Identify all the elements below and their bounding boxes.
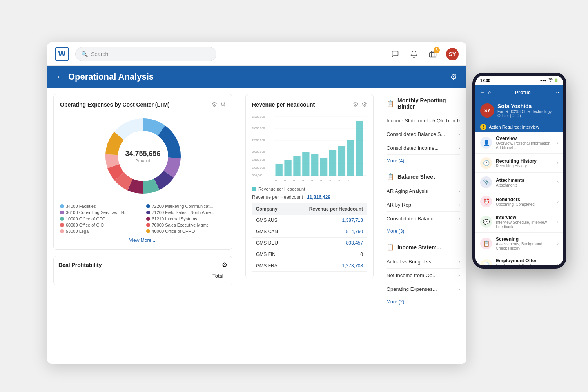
svg-rect-29 xyxy=(302,152,309,176)
revenue-headcount-card: Revenue per Headcount ⚙ ⚙ 3,500,000 3,00… xyxy=(245,94,374,278)
menu-item-text: Screening Assessments, Background Check … xyxy=(496,236,553,250)
col-company: Company xyxy=(252,203,289,215)
menu-item-sub: Attachments xyxy=(496,183,553,187)
filter-icon[interactable]: ⚙ xyxy=(212,101,217,108)
more-link-binder[interactable]: More (4) xyxy=(387,155,460,167)
phone-home-button[interactable]: ⌂ xyxy=(488,89,491,95)
binder-item[interactable]: Operating Expenses... › xyxy=(387,282,460,296)
binder-item[interactable]: AR Aging Analysis › xyxy=(387,184,460,198)
legend-item: 34000 Facilities xyxy=(60,204,140,209)
legend-item: 53000 Legal xyxy=(60,229,140,234)
app-container: W 🔍 Search 3 xyxy=(47,42,466,364)
binder-item[interactable]: Consolidated Balanc... › xyxy=(387,212,460,225)
legend-label: 40000 Office of CHRO xyxy=(152,229,195,234)
binder-item[interactable]: Actual vs Budget vs... › xyxy=(387,255,460,269)
menu-item-attachments[interactable]: 📎 Attachments Attachments › xyxy=(475,173,563,192)
income-icon: 📋 xyxy=(387,243,394,251)
settings-icon-2[interactable]: ⚙ xyxy=(361,101,367,108)
legend-dot xyxy=(146,204,150,208)
settings-icon[interactable]: ⚙ xyxy=(450,72,457,82)
binder-item[interactable]: Consolidated Income... › xyxy=(387,141,460,155)
svg-text:G...: G... xyxy=(302,179,306,182)
reminders-icon: ⏰ xyxy=(480,196,492,207)
monthly-binder-title: Monthly Reporting Binder xyxy=(397,97,460,110)
phone-more-button[interactable]: ··· xyxy=(554,89,559,96)
menu-item-text: Overview Overview, Personal Information,… xyxy=(496,136,553,150)
legend-dot xyxy=(60,229,64,233)
legend-label: 72200 Marketing Communicat... xyxy=(152,204,213,209)
operating-expenses-card: Operating Expenses by Cost Center (LTM) … xyxy=(53,94,232,250)
donut-label: Amount xyxy=(125,158,160,163)
search-icon: 🔍 xyxy=(81,51,88,57)
menu-item-interview[interactable]: 💬 Interview Interview Schedule, Intervie… xyxy=(475,211,563,233)
binder-item[interactable]: AR by Rep › xyxy=(387,198,460,212)
menu-item-text: Employment Offer Employment Offer Detail… xyxy=(496,258,553,265)
svg-text:1,000,000: 1,000,000 xyxy=(252,166,265,169)
menu-chevron-icon: › xyxy=(557,199,559,204)
menu-item-reminders[interactable]: ⏰ Reminders Upcoming, Completed › xyxy=(475,192,563,211)
menu-item-title: Employment Offer xyxy=(496,258,553,263)
nav-icons: 3 SY xyxy=(390,48,459,60)
settings-card-icon[interactable]: ⚙ xyxy=(220,101,226,108)
revenue-cell: 1,387,718 xyxy=(289,215,367,226)
phone-back-button[interactable]: ← xyxy=(479,89,485,95)
company-name: GMS FRA xyxy=(252,260,289,272)
binder-item[interactable]: Consolidated Balance S... › xyxy=(387,127,460,141)
bell-icon[interactable] xyxy=(408,49,419,60)
menu-item-overview[interactable]: 👤 Overview Overview, Personal Informatio… xyxy=(475,132,563,154)
legend-item: 60000 Office of CIO xyxy=(60,223,140,227)
user-avatar[interactable]: SY xyxy=(446,48,459,60)
monthly-binder-header: 📋 Monthly Reporting Binder xyxy=(387,97,460,110)
svg-rect-30 xyxy=(311,154,318,176)
binder-item-label: Consolidated Balanc... xyxy=(387,216,437,221)
card-action-icons: ⚙ ⚙ xyxy=(212,101,226,108)
svg-text:3,000,000: 3,000,000 xyxy=(252,127,265,130)
income-statement-header: 📋 Income Statem... xyxy=(387,243,460,251)
more-link-balance[interactable]: More (3) xyxy=(387,225,460,237)
menu-item-text: Interview Interview Schedule, Interview … xyxy=(496,215,553,229)
revenue-table: Company Revenue per Headcount GMS AUS 1,… xyxy=(252,203,367,272)
svg-text:G...: G... xyxy=(320,179,324,182)
menu-item-screening[interactable]: 📋 Screening Assessments, Background Chec… xyxy=(475,233,563,254)
chevron-right-icon: › xyxy=(458,145,460,151)
company-name: GMS FIN xyxy=(252,249,289,260)
menu-item-employment-offer[interactable]: 📄 Employment Offer Employment Offer Deta… xyxy=(475,254,563,265)
svg-rect-33 xyxy=(338,146,345,176)
wifi-icon xyxy=(548,78,553,83)
chevron-right-icon: › xyxy=(458,258,460,265)
legend-dot xyxy=(146,223,150,227)
menu-item-sub: Interview Schedule, Interview Feedback xyxy=(496,220,553,229)
chart-legend-color xyxy=(252,187,256,191)
briefcase-icon[interactable]: 3 xyxy=(427,49,438,60)
card-title: Operating Expenses by Cost Center (LTM) xyxy=(60,102,170,108)
more-link-income[interactable]: More (2) xyxy=(387,296,460,308)
menu-item-recruiting-history[interactable]: 🕐 Recruiting History Recruiting History … xyxy=(475,154,563,173)
search-bar[interactable]: 🔍 Search xyxy=(75,47,216,61)
chevron-right-icon: › xyxy=(458,272,460,278)
binder-item-label: AR by Rep xyxy=(387,202,411,208)
svg-text:G...: G... xyxy=(275,179,279,182)
action-bang-icon: ! xyxy=(480,124,486,130)
deal-prof-header: Deal Profitability ⚙ xyxy=(58,261,227,269)
binder-item[interactable]: Income Statement - 5 Qtr Trend › xyxy=(387,114,460,127)
briefcase-badge: 3 xyxy=(434,47,440,53)
revenue-value: 11,316,429 xyxy=(307,194,330,200)
back-button[interactable]: ← xyxy=(56,73,64,81)
svg-text:G...: G... xyxy=(347,179,351,182)
svg-text:1,500,000: 1,500,000 xyxy=(252,158,265,162)
binder-item[interactable]: Net Income from Op... › xyxy=(387,269,460,282)
menu-item-title: Overview xyxy=(496,136,553,141)
company-name: GMS DEU xyxy=(252,238,289,249)
revenue-cell: 514,760 xyxy=(289,226,367,238)
filter-icon-2[interactable]: ⚙ xyxy=(353,101,358,108)
action-required-bar[interactable]: ! Action Required: Interview xyxy=(475,122,563,132)
svg-text:O...: O... xyxy=(356,179,360,182)
svg-text:2,500,000: 2,500,000 xyxy=(252,138,265,142)
svg-text:2,000,000: 2,000,000 xyxy=(252,150,265,154)
menu-item-title: Recruiting History xyxy=(496,158,553,164)
view-more-link[interactable]: View More ... xyxy=(60,238,226,243)
chat-icon[interactable] xyxy=(390,49,401,60)
deal-prof-settings-icon[interactable]: ⚙ xyxy=(222,261,227,269)
top-nav: W 🔍 Search 3 xyxy=(47,42,466,66)
workday-logo[interactable]: W xyxy=(55,47,69,61)
